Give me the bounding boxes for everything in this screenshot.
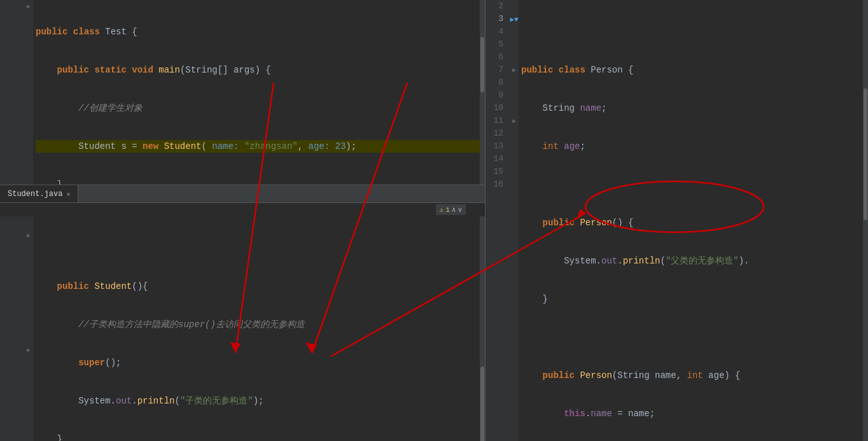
code-line: System.out.println("子类的无参构造");: [36, 395, 480, 407]
left-top-code: public class Test { public static void m…: [33, 0, 480, 185]
left-top-line-numbers: [0, 0, 24, 185]
code-line: }: [36, 178, 480, 185]
warning-triangle-icon: ⚠: [440, 206, 444, 214]
code-line: public Student(){: [36, 280, 480, 293]
code-line: public class Person {: [521, 64, 863, 76]
left-tab-bar: Student.java ✕: [0, 185, 485, 203]
warning-up-arrow: ∧: [452, 206, 456, 214]
code-line: //创建学生对象: [36, 102, 480, 115]
right-panel: 2 3 4 5 6 7 8 9 10 11 12 13 14 15 16 ▶▼: [485, 0, 868, 441]
bottom-code-area: Student.java ✕ ⚠ 1 ∧ ∨: [0, 185, 485, 441]
warning-badge: ⚠ 1 ∧ ∨: [436, 204, 466, 215]
person-line-numbers: 2 3 4 5 6 7 8 9 10 11 12 13 14 15 16: [486, 0, 510, 441]
code-line: public Person() {: [521, 216, 863, 229]
left-panel: ▶ public class Test {: [0, 0, 485, 441]
top-code-area: ▶ public class Test {: [0, 0, 485, 185]
code-line: //子类构造方法中隐藏的super()去访问父类的无参构造: [36, 318, 480, 331]
code-line: public class Test {: [36, 25, 480, 38]
code-line: this.name = name;: [521, 407, 863, 420]
code-line: }: [521, 293, 863, 305]
code-line: String name;: [521, 102, 863, 115]
code-line: [521, 25, 863, 38]
student-line-numbers: [0, 216, 24, 441]
editor-container: ▶ public class Test {: [0, 0, 868, 441]
code-line: [521, 331, 863, 344]
left-top-gutter: ▶: [24, 0, 33, 185]
person-gutter: ▶▼ ▶ ▶: [510, 0, 519, 441]
code-line: public static void main(String[] args) {: [36, 64, 480, 76]
code-line-highlighted: Student s = new Student( name: "zhangsan…: [36, 140, 480, 153]
person-code-area: 2 3 4 5 6 7 8 9 10 11 12 13 14 15 16 ▶▼: [486, 0, 868, 441]
code-line: }: [36, 433, 480, 441]
student-tab[interactable]: Student.java ✕: [0, 185, 78, 202]
tab-close-icon[interactable]: ✕: [66, 190, 70, 198]
student-gutter: ▶ ▶: [24, 216, 33, 441]
student-code-area: ▶ ▶: [0, 216, 485, 441]
code-line: super();: [36, 356, 480, 369]
code-line: [521, 178, 863, 191]
student-tab-label: Student.java: [8, 190, 62, 199]
warning-down-arrow: ∨: [458, 206, 462, 214]
warning-count: 1: [445, 206, 450, 214]
left-top-scrollbar[interactable]: [480, 0, 485, 185]
code-line: [36, 242, 480, 255]
code-line: System.out.println("父类的无参构造").: [521, 255, 863, 267]
student-scrollbar[interactable]: [480, 216, 485, 441]
code-line: int age;: [521, 140, 863, 153]
person-code-content: public class Person { String name; int a…: [519, 0, 863, 441]
person-scrollbar[interactable]: [863, 0, 868, 441]
student-code-content: public Student(){ //子类构造方法中隐藏的super()去访问…: [33, 216, 480, 441]
code-line: public Person(String name, int age) {: [521, 369, 863, 382]
